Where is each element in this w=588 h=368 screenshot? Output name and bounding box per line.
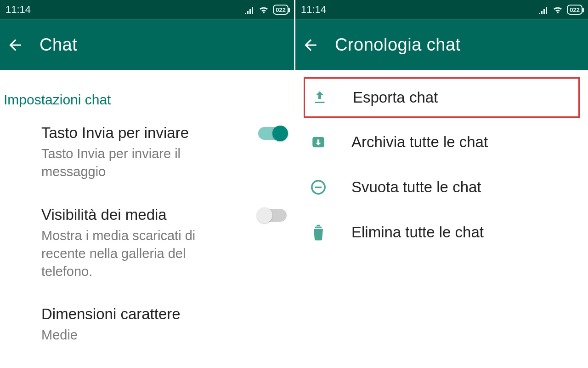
status-time: 11:14 [6, 4, 31, 16]
wifi-icon [552, 6, 563, 14]
status-time: 11:14 [301, 4, 326, 16]
row-label: Esporta chat [353, 89, 438, 106]
row-label: Elimina tutte le chat [351, 224, 484, 241]
row-subtitle: Mostra i media scaricati di recente nell… [41, 227, 239, 281]
screen-chat-settings: 11:14 022 Chat Impostazioni chat Tas [0, 0, 294, 368]
row-clear-all[interactable]: Svuota tutte le chat [295, 165, 588, 210]
signal-icon [538, 6, 548, 14]
row-title: Visibilità dei media [41, 205, 248, 224]
toggle-media-visibility[interactable] [258, 209, 287, 222]
row-title: Dimensioni carattere [41, 305, 287, 323]
status-bar: 11:14 022 [0, 0, 294, 19]
signal-icon [244, 6, 254, 14]
archive-icon [307, 134, 329, 150]
appbar-title: Chat [40, 35, 77, 55]
back-button[interactable] [6, 36, 24, 54]
app-bar: Cronologia chat [295, 19, 588, 70]
screen-chat-history: 11:14 022 Cronologia chat [294, 0, 588, 368]
row-delete-all[interactable]: Elimina tutte le chat [295, 210, 588, 255]
row-enter-to-send[interactable]: Tasto Invia per inviare Tasto Invia per … [0, 111, 294, 193]
appbar-title: Cronologia chat [335, 35, 461, 55]
row-label: Archivia tutte le chat [351, 133, 488, 151]
clear-icon [307, 179, 329, 195]
row-archive-all[interactable]: Archivia tutte le chat [295, 120, 588, 165]
row-export-chat[interactable]: Esporta chat [304, 77, 580, 118]
upload-icon [309, 89, 331, 106]
row-subtitle: Tasto Invia per inviare il messaggio [41, 145, 239, 181]
status-bar: 11:14 022 [295, 0, 588, 19]
row-subtitle: Medie [41, 326, 239, 344]
section-label: Impostazioni chat [0, 70, 294, 111]
battery-icon: 022 [567, 5, 582, 15]
wifi-icon [258, 6, 269, 14]
back-button[interactable] [302, 36, 319, 54]
battery-icon: 022 [273, 5, 288, 15]
row-title: Tasto Invia per inviare [41, 123, 248, 142]
trash-icon [307, 224, 329, 241]
row-media-visibility[interactable]: Visibilità dei media Mostra i media scar… [0, 193, 294, 293]
row-font-size[interactable]: Dimensioni carattere Medie [0, 293, 294, 356]
svg-rect-2 [315, 187, 322, 189]
app-bar: Chat [0, 19, 294, 70]
toggle-enter-send[interactable] [258, 127, 287, 140]
row-label: Svuota tutte le chat [351, 178, 481, 196]
